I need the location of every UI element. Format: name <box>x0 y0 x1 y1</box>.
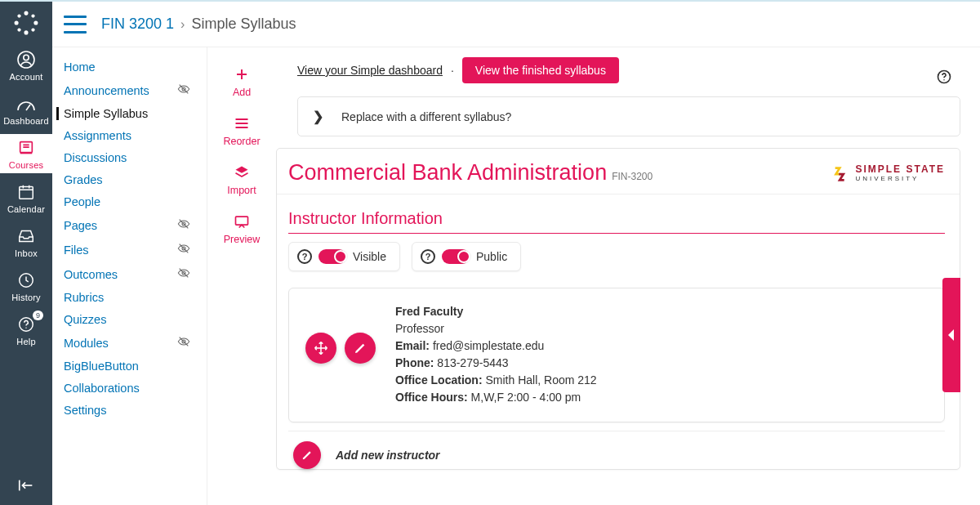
globalnav-help-label: Help <box>16 337 35 346</box>
svg-point-2 <box>15 20 19 25</box>
instructor-hours-row: Office Hours: M,W,F 2:00 - 4:00 pm <box>395 391 597 404</box>
breadcrumb-course-link[interactable]: FIN 3200 1 <box>101 16 174 33</box>
course-menu: Home Announcements Simple Syllabus Assig… <box>52 47 207 425</box>
add-instructor-button[interactable] <box>293 441 321 469</box>
plus-icon <box>234 65 249 83</box>
instructor-card: Fred Faculty Professor Email: fred@simpl… <box>288 288 945 422</box>
coursenav-files-label: Files <box>64 244 89 257</box>
coursenav-bigbluebutton-label: BigBlueButton <box>64 360 139 373</box>
coursenav-modules-label: Modules <box>64 337 109 350</box>
coursenav-simple-syllabus-label: Simple Syllabus <box>64 107 148 120</box>
expand-side-panel-tab[interactable] <box>942 278 960 392</box>
coursenav-settings[interactable]: Settings <box>64 404 198 417</box>
below-topbar-row: Home Announcements Simple Syllabus Assig… <box>52 47 980 505</box>
globalnav-help[interactable]: 9 Help <box>0 311 52 350</box>
coursenav-pages[interactable]: Pages <box>64 217 198 233</box>
instructor-email-row: Email: fred@simplestate.edu <box>395 339 597 352</box>
eye-off-icon <box>177 217 190 233</box>
edit-instructor-button[interactable] <box>345 333 376 364</box>
add-instructor-row[interactable]: Add new instructor <box>288 431 945 469</box>
svg-point-4 <box>17 14 20 17</box>
globalnav-dashboard-label: Dashboard <box>3 116 49 126</box>
help-icon[interactable] <box>936 69 952 87</box>
svg-point-0 <box>24 11 28 16</box>
replace-syllabus-card[interactable]: ❯ Replace with a different syllabus? <box>297 96 960 136</box>
replace-syllabus-text: Replace with a different syllabus? <box>341 110 511 123</box>
coursenav-pages-label: Pages <box>64 219 97 232</box>
instructor-section: Instructor Information ? Visible <box>277 194 960 469</box>
coursenav-rubrics-label: Rubrics <box>64 291 104 304</box>
globalnav-dashboard[interactable]: Dashboard <box>0 90 52 129</box>
coursenav-outcomes[interactable]: Outcomes <box>64 266 198 282</box>
coursenav-grades-label: Grades <box>64 173 103 186</box>
dot-separator: · <box>451 64 454 77</box>
help-circle-icon[interactable]: ? <box>297 249 312 264</box>
help-circle-icon[interactable]: ? <box>421 249 435 264</box>
instructor-phone-label: Phone: <box>395 356 434 369</box>
globalnav-calendar[interactable]: Calendar <box>0 178 52 217</box>
app-root: Account Dashboard Courses Calendar Inbox <box>0 0 980 505</box>
tool-add[interactable]: Add <box>233 65 251 98</box>
svg-point-1 <box>24 30 28 34</box>
globalnav-inbox[interactable]: Inbox <box>0 222 52 261</box>
coursenav-assignments[interactable]: Assignments <box>64 129 198 142</box>
coursenav-home[interactable]: Home <box>64 60 198 74</box>
syllabus-tool-column: Add Reorder Import <box>207 47 276 505</box>
coursenav-files[interactable]: Files <box>64 242 198 257</box>
coursenav-rubrics[interactable]: Rubrics <box>64 291 198 304</box>
tool-import[interactable]: Import <box>227 163 256 196</box>
canvas-logo[interactable] <box>11 8 41 38</box>
add-instructor-label: Add new instructor <box>336 449 440 462</box>
globalnav-courses[interactable]: Courses <box>0 134 52 173</box>
coursenav-discussions-label: Discussions <box>64 151 127 164</box>
coursenav-people[interactable]: People <box>64 195 198 208</box>
svg-rect-20 <box>236 217 248 225</box>
book-icon <box>16 137 37 159</box>
visibility-toggle-row: ? Visible ? Public <box>288 242 945 271</box>
coursenav-modules[interactable]: Modules <box>64 335 198 351</box>
tool-reorder[interactable]: Reorder <box>223 114 260 147</box>
university-name-line2: UNIVERSITY <box>855 176 945 182</box>
globalnav-history[interactable]: History <box>0 266 52 306</box>
view-finished-syllabus-button[interactable]: View the finished syllabus <box>462 57 619 83</box>
collapse-nav-button[interactable] <box>17 478 35 495</box>
coursenav-quizzes[interactable]: Quizzes <box>64 313 198 326</box>
coursenav-bigbluebutton[interactable]: BigBlueButton <box>64 360 198 373</box>
move-instructor-button[interactable] <box>305 333 336 364</box>
breadcrumb-current: Simple Syllabus <box>191 16 296 33</box>
svg-point-22 <box>943 79 945 81</box>
syllabus-stage: View your Simple dashboard · View the fi… <box>276 47 980 505</box>
svg-point-7 <box>31 28 34 31</box>
breadcrumb-separator: › <box>180 17 185 32</box>
coursenav-announcements-label: Announcements <box>64 84 149 97</box>
coursenav-collaborations[interactable]: Collaborations <box>64 382 198 395</box>
globalnav-courses-label: Courses <box>9 160 43 170</box>
coursenav-simple-syllabus[interactable]: Simple Syllabus <box>56 107 198 120</box>
svg-point-9 <box>24 55 29 60</box>
top-bar: FIN 3200 1 › Simple Syllabus <box>52 2 980 47</box>
view-dashboard-link[interactable]: View your Simple dashboard <box>297 64 443 77</box>
coursenav-grades[interactable]: Grades <box>64 173 198 186</box>
tool-import-label: Import <box>227 185 256 196</box>
presentation-icon <box>234 212 250 230</box>
coursenav-outcomes-label: Outcomes <box>64 268 118 281</box>
stage-top-bar: View your Simple dashboard · View the fi… <box>276 57 960 83</box>
inbox-icon <box>16 226 37 247</box>
instructor-email: fred@simplestate.edu <box>433 339 544 352</box>
course-nav: Home Announcements Simple Syllabus Assig… <box>52 47 207 505</box>
globalnav-account[interactable]: Account <box>0 46 52 85</box>
breadcrumb: FIN 3200 1 › Simple Syllabus <box>101 16 296 33</box>
public-toggle[interactable] <box>442 249 470 264</box>
university-brand: SIMPLE STATE UNIVERSITY <box>832 164 945 182</box>
tool-preview[interactable]: Preview <box>224 212 260 245</box>
coursenav-announcements[interactable]: Announcements <box>64 83 198 98</box>
syllabus-title: Commercial Bank Administration FIN-3200 <box>288 160 653 185</box>
coursenav-quizzes-label: Quizzes <box>64 313 106 326</box>
svg-rect-11 <box>20 187 33 199</box>
instructor-phone-row: Phone: 813-279-5443 <box>395 356 597 369</box>
hamburger-menu-button[interactable] <box>64 16 87 34</box>
coursenav-discussions[interactable]: Discussions <box>64 151 198 164</box>
visible-toggle[interactable] <box>318 249 346 264</box>
tool-add-label: Add <box>233 87 251 98</box>
globalnav-inbox-label: Inbox <box>15 248 38 258</box>
